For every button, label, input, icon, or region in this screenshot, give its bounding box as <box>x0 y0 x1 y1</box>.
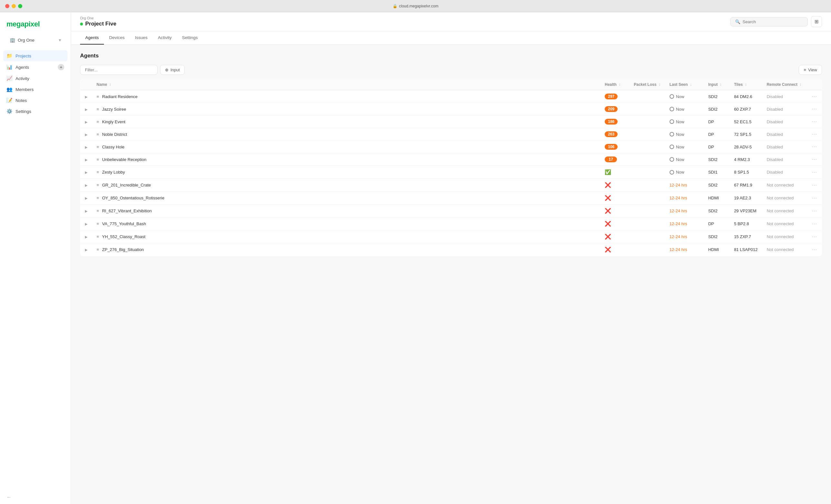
minimize-button[interactable] <box>11 4 16 8</box>
health-cell: 106 <box>600 141 629 153</box>
agent-name-cell: ≡ GR_201_Incredible_Crate <box>92 179 600 192</box>
tab-agents[interactable]: Agents <box>80 31 104 45</box>
filter-input-box[interactable] <box>80 65 157 75</box>
last-seen-warning: 12-24 hrs <box>669 221 687 226</box>
more-button[interactable]: ··· <box>812 94 817 99</box>
expand-cell: ▶ <box>80 243 92 256</box>
sidebar-item-agents[interactable]: 📊 Agents + <box>3 61 67 73</box>
health-cell: ❌ <box>600 205 629 217</box>
tab-activity[interactable]: Activity <box>153 31 177 45</box>
expand-cell: ▶ <box>80 192 92 205</box>
agent-name-cell: ≡ Unbelievable Reception <box>92 153 600 166</box>
tab-settings[interactable]: Settings <box>177 31 203 45</box>
expand-button[interactable]: ▶ <box>85 145 87 149</box>
input-cell: SDI2 <box>704 205 729 217</box>
tab-devices[interactable]: Devices <box>104 31 130 45</box>
agent-grid-icon: ≡ <box>96 208 99 213</box>
packet-loss-cell <box>629 243 665 256</box>
remote-cell: Not connected <box>762 192 807 205</box>
expand-button[interactable]: ▶ <box>85 183 87 187</box>
more-button[interactable]: ··· <box>812 221 817 227</box>
more-button[interactable]: ··· <box>812 234 817 239</box>
expand-button[interactable]: ▶ <box>85 120 87 124</box>
more-button[interactable]: ··· <box>812 247 817 252</box>
expand-button[interactable]: ▶ <box>85 209 87 213</box>
sidebar-item-projects[interactable]: 📁 Projects <box>3 50 67 61</box>
last-seen-now: Now <box>669 170 699 175</box>
agent-name-cell: ≡ RI_627_Vibrant_Exhibition <box>92 205 600 217</box>
more-button[interactable]: ··· <box>812 106 817 112</box>
agent-grid-icon: ≡ <box>96 157 99 162</box>
agent-name-cell: ≡ Kingly Event <box>92 116 600 128</box>
packet-loss-cell <box>629 90 665 103</box>
view-icon: ≡ <box>804 67 806 72</box>
col-packet-header[interactable]: Packet Loss ↕ <box>629 79 665 90</box>
expand-button[interactable]: ▶ <box>85 222 87 226</box>
health-cell: ❌ <box>600 179 629 192</box>
view-button[interactable]: ≡ View <box>799 65 822 75</box>
sidebar-collapse-button[interactable]: ← <box>0 491 71 504</box>
last-seen-now: Now <box>669 107 699 112</box>
health-x-icon: ❌ <box>605 221 611 227</box>
status-circle <box>669 119 674 124</box>
remote-status: Not connected <box>767 196 794 200</box>
more-cell: ··· <box>807 141 822 153</box>
health-badge: 209 <box>605 106 618 112</box>
expand-cell: ▶ <box>80 166 92 179</box>
remote-cell: Not connected <box>762 179 807 192</box>
action-button[interactable]: ⊞ <box>811 16 822 27</box>
tab-issues[interactable]: Issues <box>130 31 153 45</box>
more-button[interactable]: ··· <box>812 195 817 201</box>
sidebar-item-activity[interactable]: 📈 Activity <box>3 73 67 84</box>
filter-input[interactable] <box>85 67 153 72</box>
expand-button[interactable]: ▶ <box>85 108 87 111</box>
sidebar-item-settings[interactable]: ⚙️ Settings <box>3 106 67 117</box>
last-seen-cell: 12-24 hrs <box>665 230 704 243</box>
expand-button[interactable]: ▶ <box>85 158 87 162</box>
col-lastseen-header[interactable]: Last Seen ↓ <box>665 79 704 90</box>
section-title: Agents <box>80 53 822 59</box>
packet-loss-cell <box>629 153 665 166</box>
toolbar-left: ⊕ Input <box>80 65 185 75</box>
last-seen-now: Now <box>669 132 699 137</box>
packet-loss-cell <box>629 192 665 205</box>
col-tiles-header[interactable]: Tiles ↕ <box>729 79 762 90</box>
more-button[interactable]: ··· <box>812 119 817 124</box>
col-remote-header[interactable]: Remote Connect ↕ <box>762 79 807 90</box>
table-row: ▶ ≡ YH_552_Classy_Roast ❌ 12-24 hrs SDI2… <box>80 230 822 243</box>
sidebar-item-notes[interactable]: 📝 Notes <box>3 95 67 106</box>
expand-button[interactable]: ▶ <box>85 248 87 252</box>
more-button[interactable]: ··· <box>812 156 817 162</box>
last-seen-cell: Now <box>665 90 704 103</box>
org-section: 🏢 Org One ▾ <box>0 35 71 49</box>
expand-button[interactable]: ▶ <box>85 196 87 200</box>
org-selector[interactable]: 🏢 Org One ▾ <box>6 35 64 45</box>
expand-button[interactable]: ▶ <box>85 170 87 174</box>
health-cell: ❌ <box>600 217 629 230</box>
search-input[interactable] <box>743 19 803 24</box>
last-seen-cell: 12-24 hrs <box>665 179 704 192</box>
maximize-button[interactable] <box>18 4 22 8</box>
table-row: ▶ ≡ VA_775_Youthful_Bash ❌ 12-24 hrs DP … <box>80 217 822 230</box>
add-agent-button[interactable]: + <box>58 64 64 70</box>
col-input-header[interactable]: Input ↕ <box>704 79 729 90</box>
agent-grid-icon: ≡ <box>96 221 99 226</box>
col-health-header[interactable]: Health ↕ <box>600 79 629 90</box>
members-icon: 👥 <box>6 87 12 92</box>
more-button[interactable]: ··· <box>812 169 817 175</box>
more-button[interactable]: ··· <box>812 144 817 149</box>
more-button[interactable]: ··· <box>812 182 817 188</box>
expand-button[interactable]: ▶ <box>85 132 87 137</box>
expand-button[interactable]: ▶ <box>85 235 87 239</box>
more-button[interactable]: ··· <box>812 131 817 137</box>
input-button[interactable]: ⊕ Input <box>160 65 185 75</box>
search-box[interactable]: 🔍 <box>730 17 808 26</box>
col-name-header[interactable]: Name ↕ <box>92 79 600 90</box>
input-cell: DP <box>704 217 729 230</box>
agent-grid-icon: ≡ <box>96 94 99 99</box>
health-check-icon: ✅ <box>605 169 611 175</box>
sidebar-item-members[interactable]: 👥 Members <box>3 84 67 95</box>
more-button[interactable]: ··· <box>812 208 817 214</box>
expand-button[interactable]: ▶ <box>85 95 87 99</box>
close-button[interactable] <box>5 4 9 8</box>
